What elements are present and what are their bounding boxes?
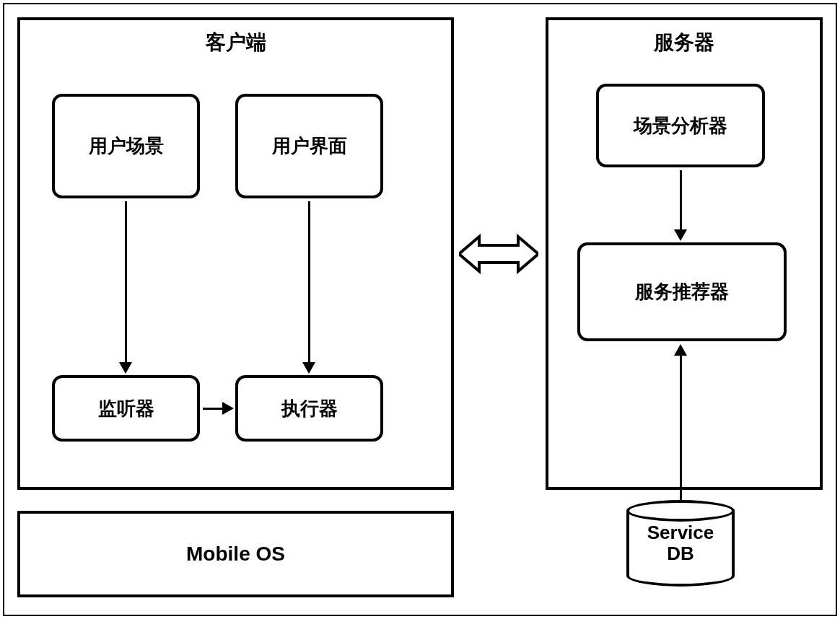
listener-label: 监听器 bbox=[98, 396, 154, 421]
user-interface-box: 用户界面 bbox=[235, 94, 383, 198]
arrowhead-userscene-to-listener bbox=[119, 362, 132, 374]
client-title: 客户端 bbox=[206, 29, 266, 56]
executor-label: 执行器 bbox=[281, 396, 338, 421]
server-title: 服务器 bbox=[654, 29, 714, 56]
arrow-listener-to-executor bbox=[203, 408, 224, 410]
arrowhead-db-to-recommender bbox=[674, 344, 687, 356]
listener-box: 监听器 bbox=[52, 375, 200, 442]
bidirectional-arrow-icon bbox=[459, 231, 538, 277]
service-recommender-label: 服务推荐器 bbox=[635, 279, 729, 304]
service-db: Service DB bbox=[626, 500, 735, 587]
arrow-userscene-to-listener bbox=[125, 201, 127, 364]
arrow-ui-to-executor bbox=[308, 201, 310, 364]
executor-box: 执行器 bbox=[235, 375, 383, 442]
db-label-1: Service bbox=[647, 522, 714, 543]
svg-marker-0 bbox=[459, 237, 538, 271]
service-recommender-box: 服务推荐器 bbox=[577, 242, 787, 341]
scene-analyzer-box: 场景分析器 bbox=[596, 84, 765, 167]
mobile-os-label: Mobile OS bbox=[186, 543, 285, 566]
arrow-db-to-recommender bbox=[680, 354, 682, 501]
user-scene-label: 用户场景 bbox=[89, 133, 164, 159]
db-label-2: DB bbox=[667, 543, 694, 564]
user-scene-box: 用户场景 bbox=[52, 94, 200, 198]
mobile-os-box: Mobile OS bbox=[17, 511, 454, 597]
arrowhead-analyzer-to-recommender bbox=[674, 229, 687, 241]
arrowhead-ui-to-executor bbox=[302, 362, 315, 374]
arrow-analyzer-to-recommender bbox=[680, 170, 682, 232]
arrowhead-listener-to-executor bbox=[222, 402, 234, 415]
scene-analyzer-label: 场景分析器 bbox=[634, 113, 727, 139]
user-interface-label: 用户界面 bbox=[272, 133, 347, 159]
